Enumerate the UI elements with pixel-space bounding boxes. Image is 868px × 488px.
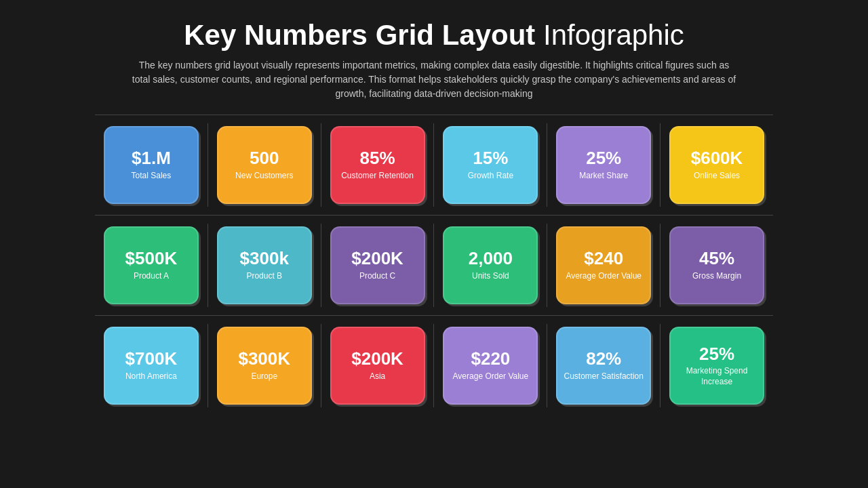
metric-card-1-0: $500KProduct A (104, 226, 199, 304)
metric-value: $200K (351, 249, 403, 268)
metric-card-2-1: $300KEurope (217, 327, 312, 405)
metric-label: Marketing Spend Increase (676, 366, 757, 387)
grid-row-2: $700KNorth America$300KEurope$200KAsia$2… (95, 315, 773, 415)
page-header: Key Numbers Grid Layout Infographic The … (0, 0, 868, 108)
metric-value: $200K (351, 349, 403, 369)
grid-cell-2-2: $200KAsia (321, 324, 435, 407)
metric-card-2-2: $200KAsia (330, 327, 425, 405)
page-title: Key Numbers Grid Layout Infographic (54, 19, 814, 52)
grid-cell-0-0: $1.MTotal Sales (95, 123, 208, 207)
metric-card-0-5: $600KOnline Sales (669, 126, 764, 204)
grid-cell-0-2: 85%Customer Retention (321, 123, 435, 207)
grid-cell-0-1: 500New Customers (208, 123, 321, 207)
grid-cell-2-0: $700KNorth America (95, 324, 208, 407)
metric-card-1-4: $240Average Order Value (556, 226, 651, 304)
metric-card-1-5: 45%Gross Margin (669, 226, 764, 304)
grid-cell-0-4: 25%Market Share (547, 123, 660, 207)
metric-value: 25% (586, 148, 621, 168)
grid-cell-1-4: $240Average Order Value (547, 224, 660, 307)
metric-value: 2,000 (469, 249, 513, 268)
metric-value: $1.M (132, 148, 171, 168)
metric-card-2-4: 82%Customer Satisfaction (556, 327, 651, 405)
title-bold: Key Numbers Grid Layout (184, 19, 535, 51)
metric-card-0-3: 15%Growth Rate (443, 126, 538, 204)
metric-card-2-0: $700KNorth America (104, 327, 199, 405)
grid-cell-0-3: 15%Growth Rate (434, 123, 547, 207)
metric-value: 85% (360, 148, 395, 168)
metric-label: Average Order Value (453, 371, 529, 382)
grid-row-1: $500KProduct A$300kProduct B$200KProduct… (95, 215, 773, 315)
metric-label: Gross Margin (692, 271, 741, 282)
metric-label: Product A (134, 271, 169, 282)
grid-cell-1-5: 45%Gross Margin (660, 224, 773, 307)
metric-value: 25% (699, 344, 734, 364)
grid-cell-2-3: $220Average Order Value (434, 324, 547, 407)
grid-row-0: $1.MTotal Sales500New Customers85%Custom… (95, 115, 773, 215)
metric-card-0-4: 25%Market Share (556, 126, 651, 204)
metric-label: Total Sales (132, 171, 172, 182)
metric-value: $500K (125, 249, 178, 268)
metric-value: 82% (586, 349, 621, 369)
title-light: Infographic (535, 19, 684, 51)
metric-label: Product B (246, 271, 282, 282)
metric-label: Growth Rate (468, 171, 513, 182)
metric-value: $600K (691, 148, 743, 168)
metric-label: New Customers (235, 171, 293, 182)
metric-value: $300K (238, 349, 290, 369)
grid-cell-0-5: $600KOnline Sales (660, 123, 773, 207)
metric-card-0-0: $1.MTotal Sales (104, 126, 199, 204)
metric-label: Product C (359, 271, 395, 282)
metric-card-2-3: $220Average Order Value (443, 327, 538, 405)
metric-label: Units Sold (472, 271, 509, 282)
grid-cell-1-1: $300kProduct B (208, 224, 321, 307)
metric-card-1-1: $300kProduct B (217, 226, 312, 304)
metric-value: $700K (125, 349, 178, 369)
grid-cell-2-1: $300KEurope (208, 324, 321, 407)
metric-card-0-1: 500New Customers (217, 126, 312, 204)
metric-label: Customer Satisfaction (564, 371, 644, 382)
metric-label: Asia (370, 371, 385, 382)
grid-cell-1-0: $500KProduct A (95, 224, 208, 307)
metric-label: North America (125, 371, 177, 382)
metric-label: Europe (251, 371, 277, 382)
metric-value: 15% (473, 148, 508, 168)
metric-value: $240 (584, 249, 623, 268)
metric-value: 45% (699, 249, 734, 268)
page-description: The key numbers grid layout visually rep… (129, 58, 739, 101)
metric-value: 500 (250, 148, 279, 168)
grid-cell-1-3: 2,000Units Sold (434, 224, 547, 307)
metric-label: Customer Retention (341, 171, 414, 182)
grid-cell-2-4: 82%Customer Satisfaction (547, 324, 660, 407)
metric-card-2-5: 25%Marketing Spend Increase (669, 327, 764, 405)
metric-card-1-3: 2,000Units Sold (443, 226, 538, 304)
metric-value: $220 (471, 349, 510, 369)
metric-label: Online Sales (694, 171, 740, 182)
metrics-grid: $1.MTotal Sales500New Customers85%Custom… (0, 108, 868, 415)
metric-card-1-2: $200KProduct C (330, 226, 425, 304)
grid-cell-1-2: $200KProduct C (321, 224, 435, 307)
metric-label: Market Share (579, 171, 628, 182)
grid-cell-2-5: 25%Marketing Spend Increase (660, 324, 773, 407)
metric-card-0-2: 85%Customer Retention (330, 126, 425, 204)
metric-label: Average Order Value (566, 271, 642, 282)
metric-value: $300k (240, 249, 289, 268)
